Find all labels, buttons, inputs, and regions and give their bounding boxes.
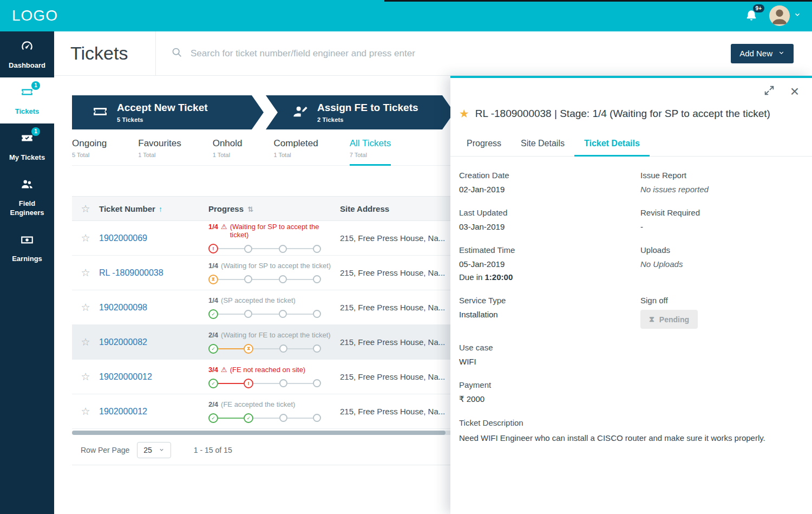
field-use-case: Use case WIFI: [459, 343, 640, 366]
ticket-number-link[interactable]: 1902000082: [99, 337, 203, 347]
ticket-number-link[interactable]: 1902000012: [99, 407, 203, 417]
progress-step-empty-icon: [279, 344, 287, 353]
field-creation-date: Creation Date 02-Jan-2019: [459, 171, 640, 194]
progress-step-empty-icon: [279, 245, 287, 253]
progress-track: ✓⧗: [208, 344, 321, 354]
progress-step-empty-icon: [313, 245, 321, 253]
favorite-star-filled-icon[interactable]: ★: [459, 107, 469, 120]
tab-onhold[interactable]: Onhold 1 Total: [213, 138, 243, 165]
favorite-star-icon[interactable]: ☆: [72, 301, 99, 314]
user-menu[interactable]: [769, 5, 801, 26]
earnings-icon: [20, 233, 34, 250]
pagination-range: 1 - 15 of 15: [194, 446, 232, 454]
rows-per-page-select[interactable]: 25: [137, 442, 171, 458]
favorite-star-icon[interactable]: ☆: [72, 405, 99, 418]
stage-text: 1/4: [208, 296, 218, 304]
progress-step-empty-icon: [279, 310, 287, 318]
tab-favourites[interactable]: Favourites 1 Total: [138, 138, 181, 165]
sidebar-item-label: Tickets: [15, 107, 40, 116]
spacer: [640, 380, 799, 404]
panel-title-row: ★ RL -1809000038 | Stage: 1/4 (Waiting f…: [459, 107, 801, 120]
panel-tab-site-details[interactable]: Site Details: [511, 131, 574, 156]
ticket-details-panel: × ★ RL -1809000038 | Stage: 1/4 (Waiting…: [450, 76, 812, 514]
progress-connector: [218, 248, 244, 249]
sidebar-item-field-engineers[interactable]: Field Engineers: [0, 170, 54, 225]
sidebar-item-my-tickets[interactable]: 1 My Tickets: [0, 123, 54, 170]
panel-tab-progress[interactable]: Progress: [457, 131, 511, 156]
sidebar-item-tickets[interactable]: 1 Tickets: [0, 77, 54, 123]
tickets-count-badge: 1: [31, 81, 40, 90]
search-input[interactable]: [189, 48, 525, 60]
progress-step-error-icon: !: [208, 244, 218, 253]
workflow-step-count: 5 Tickets: [117, 116, 208, 123]
progress-step-empty-icon: [279, 275, 287, 283]
progress-cell: 2/4 (FE accepted the ticket) ✓✓: [203, 400, 337, 423]
sidebar-item-dashboard[interactable]: Dashboard: [0, 31, 54, 77]
topbar-actions: 9+: [744, 5, 801, 26]
panel-title: RL -1809000038 | Stage: 1/4 (Waiting for…: [475, 108, 770, 120]
rows-per-page-label: Row Per Page: [81, 446, 129, 454]
favorite-star-icon[interactable]: ☆: [72, 336, 99, 348]
progress-cell: 1/4 ⚠ (Waiting for SP to accept the tick…: [203, 223, 337, 253]
progress-step-done-icon: ✓: [208, 309, 218, 319]
page-title-box: Tickets: [54, 31, 156, 75]
ticket-number-link[interactable]: 1902000098: [99, 303, 203, 313]
warning-icon: ⚠: [221, 223, 227, 231]
status-text: (Waiting for FE to accept the ticket): [221, 331, 331, 339]
stage-text: 3/4: [208, 366, 218, 374]
chevron-down-icon: [159, 446, 165, 454]
progress-connector: [218, 279, 244, 280]
panel-action-icons: ×: [763, 84, 799, 99]
sidebar-item-label: Earnings: [12, 254, 42, 264]
sign-off-pending-button[interactable]: ⧗ Pending: [640, 310, 698, 329]
stage-text: 1/4: [208, 223, 218, 231]
workflow-step-assign-fe[interactable]: Assign FE to Tickets 2 Tickets: [266, 95, 454, 129]
add-new-button[interactable]: Add New: [731, 44, 794, 63]
progress-connector: [287, 248, 313, 249]
search-bar: [156, 47, 731, 60]
status-text: (FE accepted the ticket): [221, 400, 295, 408]
favorite-star-icon[interactable]: ☆: [72, 232, 99, 244]
progress-connector: [218, 383, 244, 384]
people-icon: [20, 177, 34, 194]
progress-cell: 3/4 ⚠ (FE not reached on site) ✓!: [203, 366, 337, 388]
panel-tab-ticket-details[interactable]: Ticket Details: [574, 131, 650, 156]
ticket-number-link[interactable]: RL -1809000038: [99, 268, 203, 278]
progress-label: 1/4 (SP accepted the ticket): [208, 296, 337, 304]
field-payment: Payment ₹ 2000: [459, 380, 640, 404]
workflow-step-accept-new-ticket[interactable]: Accept New Ticket 5 Tickets: [72, 95, 264, 129]
progress-step-empty-icon: [279, 414, 287, 422]
progress-label: 1/4 (Waiting for SP to accept the ticket…: [208, 262, 337, 270]
progress-track: ⧗: [208, 275, 321, 284]
expand-icon[interactable]: [763, 84, 775, 99]
notifications-button[interactable]: 9+: [744, 9, 758, 23]
ticket-number-link[interactable]: 19020000012: [99, 372, 203, 382]
ticket-number-link[interactable]: 1902000069: [99, 233, 203, 243]
progress-connector: [252, 279, 278, 280]
progress-label: 2/4 (Waiting for FE to accept the ticket…: [208, 331, 337, 339]
progress-step-done-icon: ✓: [208, 413, 218, 423]
progress-connector: [287, 418, 313, 419]
progress-connector: [287, 314, 313, 315]
bell-icon: [744, 15, 758, 24]
column-progress[interactable]: Progress⇅: [203, 204, 337, 213]
tab-all-tickets[interactable]: All Tickets 7 Total: [350, 138, 391, 165]
sidebar-item-earnings[interactable]: Earnings: [0, 225, 54, 271]
stage-text: 1/4: [208, 262, 218, 270]
chevron-down-icon: [778, 49, 785, 58]
close-icon[interactable]: ×: [790, 86, 799, 97]
chevron-down-icon: [794, 11, 801, 21]
dashboard-icon: [20, 39, 34, 56]
hourglass-icon: ⧗: [649, 315, 654, 324]
warning-icon: ⚠: [221, 366, 227, 374]
favorite-star-icon[interactable]: ☆: [72, 266, 99, 279]
favorite-star-icon[interactable]: ☆: [72, 370, 99, 383]
tab-ongoing[interactable]: Ongoing 5 Total: [72, 138, 107, 165]
column-ticket-number[interactable]: Ticket Number↑: [99, 204, 203, 213]
sort-icon[interactable]: ⇅: [247, 205, 253, 213]
field-revisit-required: Revisit Required -: [640, 208, 799, 231]
sort-ascending-icon[interactable]: ↑: [159, 205, 162, 213]
scrollbar-thumb[interactable]: [72, 431, 446, 435]
tab-completed[interactable]: Completed 1 Total: [273, 138, 318, 165]
my-tickets-icon: 1: [20, 131, 34, 148]
